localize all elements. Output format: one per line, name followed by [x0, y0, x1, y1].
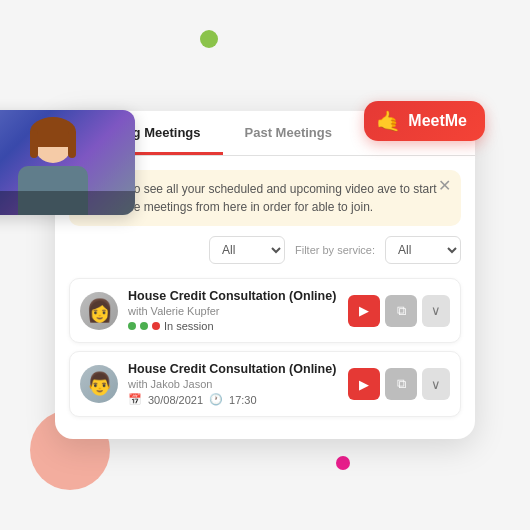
bg-circle-pink — [336, 456, 350, 470]
play-button[interactable]: ▶ — [348, 368, 380, 400]
meeting-date: 📅 30/08/2021 🕐 17:30 — [128, 393, 338, 406]
action-buttons: ▶ ⧉ ∨ — [348, 295, 450, 327]
close-icon[interactable]: ✕ — [438, 178, 451, 194]
status-text: In session — [164, 320, 214, 332]
filter-select-1[interactable]: All — [209, 236, 285, 264]
calendar-icon: 📅 — [128, 393, 142, 406]
copy-button[interactable]: ⧉ — [385, 295, 417, 327]
notification-text: ble to see all your scheduled and upcomi… — [111, 180, 447, 216]
meeting-with: with Valerie Kupfer — [128, 305, 338, 317]
bg-circle-green — [200, 30, 218, 48]
play-button[interactable]: ▶ — [348, 295, 380, 327]
meeting-title: House Credit Consultation (Online) — [128, 362, 338, 376]
tab-past[interactable]: Past Meetings — [223, 111, 354, 155]
video-preview — [0, 110, 135, 215]
status-dot-1 — [128, 322, 136, 330]
expand-button[interactable]: ∨ — [422, 368, 450, 400]
copy-button[interactable]: ⧉ — [385, 368, 417, 400]
avatar: 👩 — [80, 292, 118, 330]
meeting-with: with Jakob Jason — [128, 378, 338, 390]
meeting-info: House Credit Consultation (Online) with … — [128, 362, 338, 406]
filters-row: All Filter by service: All — [195, 226, 475, 270]
filter-select-service[interactable]: All — [385, 236, 461, 264]
avatar: 👨 — [80, 365, 118, 403]
status-dot-3 — [152, 322, 160, 330]
meeting-status: In session — [128, 320, 338, 332]
meetings-list: 👩 House Credit Consultation (Online) wit… — [55, 270, 475, 439]
meeting-title: House Credit Consultation (Online) — [128, 289, 338, 303]
meetme-badge: 🤙 MeetMe — [364, 101, 485, 141]
time-value: 17:30 — [229, 394, 257, 406]
meeting-item: 👨 House Credit Consultation (Online) wit… — [69, 351, 461, 417]
meetme-icon: 🤙 — [376, 109, 401, 133]
status-dot-2 — [140, 322, 148, 330]
meetme-label: MeetMe — [408, 112, 467, 130]
filter-label: Filter by service: — [295, 244, 375, 256]
meeting-item: 👩 House Credit Consultation (Online) wit… — [69, 278, 461, 343]
date-value: 30/08/2021 — [148, 394, 203, 406]
expand-button[interactable]: ∨ — [422, 295, 450, 327]
action-buttons: ▶ ⧉ ∨ — [348, 368, 450, 400]
clock-icon: 🕐 — [209, 393, 223, 406]
meeting-info: House Credit Consultation (Online) with … — [128, 289, 338, 332]
